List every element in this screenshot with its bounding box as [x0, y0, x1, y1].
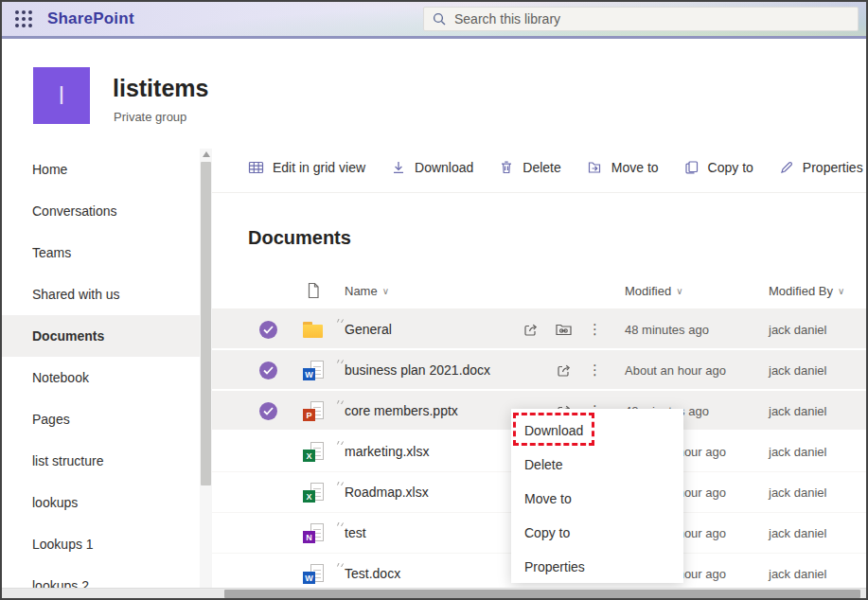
- new-item-icon: [336, 356, 345, 364]
- copy-to-icon: [684, 160, 700, 175]
- file-name[interactable]: marketing.xlsx: [345, 444, 429, 459]
- document-icon: [306, 282, 321, 299]
- move-to-icon: [587, 160, 603, 175]
- context-menu-item-download[interactable]: Download: [511, 414, 683, 448]
- sidebar-item-label: lookups: [32, 495, 78, 510]
- share-icon[interactable]: [523, 322, 540, 338]
- modified-by-cell[interactable]: jack daniel: [769, 445, 826, 459]
- library-title: Documents: [248, 227, 351, 249]
- modified-by-cell[interactable]: jack daniel: [769, 323, 826, 337]
- row-actions: ⋮: [496, 362, 602, 379]
- app-launcher-icon[interactable]: [15, 10, 32, 27]
- command-bar: Edit in grid view Download Delete Move t…: [248, 160, 863, 175]
- sidebar-item-label: Home: [32, 162, 67, 177]
- new-item-icon: [336, 437, 345, 446]
- context-menu-item-copy-to[interactable]: Copy to: [511, 516, 683, 550]
- file-name[interactable]: test: [345, 525, 366, 540]
- context-menu-item-delete[interactable]: Delete: [511, 448, 683, 482]
- file-name[interactable]: General: [345, 322, 392, 337]
- sidebar-item-documents[interactable]: Documents: [2, 315, 212, 357]
- sidebar-item-pages[interactable]: Pages: [2, 398, 212, 440]
- sidebar-nav: HomeConversationsTeamsShared with usDocu…: [2, 149, 212, 598]
- sidebar-scrollbar-thumb[interactable]: [201, 162, 211, 485]
- share-icon[interactable]: [556, 362, 573, 379]
- toolbar-label: Properties: [803, 160, 863, 175]
- site-title[interactable]: listitems: [113, 75, 208, 102]
- modified-by-cell[interactable]: jack daniel: [769, 363, 826, 378]
- edit-in-grid-view-button[interactable]: Edit in grid view: [248, 160, 365, 175]
- row-selected-check-icon[interactable]: [259, 321, 277, 339]
- site-privacy-label: Private group: [114, 110, 186, 124]
- file-row[interactable]: General ⋮ 48 minutes ago jack daniel: [212, 309, 866, 350]
- horizontal-scrollbar-thumb[interactable]: [224, 590, 860, 598]
- word-file-icon: W: [303, 564, 324, 584]
- toolbar-divider: [212, 192, 866, 193]
- sidebar-item-conversations[interactable]: Conversations: [2, 190, 212, 232]
- search-box[interactable]: [423, 7, 859, 31]
- modified-by-cell[interactable]: jack daniel: [769, 567, 826, 581]
- table-header: Name ∨ Modified ∨ Modified By ∨: [212, 274, 866, 309]
- sidebar-item-label: Shared with us: [32, 287, 120, 302]
- more-actions-icon[interactable]: ⋮: [588, 321, 602, 338]
- search-icon: [432, 11, 447, 26]
- excel-file-icon: X: [303, 442, 324, 462]
- site-logo-letter: l: [59, 81, 64, 111]
- delete-button[interactable]: Delete: [499, 160, 560, 175]
- sidebar-item-lookups[interactable]: lookups: [2, 482, 212, 523]
- context-menu-item-properties[interactable]: Properties: [511, 550, 683, 584]
- file-name[interactable]: Roadmap.xlsx: [345, 485, 429, 500]
- folder-icon: [303, 320, 324, 340]
- sidebar-item-label: list structure: [32, 453, 103, 468]
- download-button[interactable]: Download: [391, 160, 473, 175]
- add-shortcut-icon[interactable]: [555, 322, 573, 338]
- brand-label[interactable]: SharePoint: [47, 9, 134, 28]
- sidebar-item-label: Documents: [32, 328, 104, 344]
- sidebar-item-label: Teams: [32, 245, 71, 260]
- sidebar-item-notebook[interactable]: Notebook: [2, 357, 212, 398]
- file-name[interactable]: business plan 2021.docx: [345, 362, 490, 378]
- toolbar-label: Copy to: [708, 160, 753, 175]
- sidebar-item-list-structure[interactable]: list structure: [2, 440, 212, 482]
- toolbar-label: Move to: [611, 160, 659, 175]
- file-name[interactable]: Test.docx: [345, 566, 400, 581]
- toolbar-label: Download: [415, 160, 473, 175]
- new-item-icon: [336, 559, 345, 568]
- row-selected-check-icon[interactable]: [259, 402, 277, 420]
- new-item-icon: [336, 519, 345, 527]
- sidebar-scrollbar[interactable]: [200, 149, 212, 588]
- sidebar-item-teams[interactable]: Teams: [2, 232, 212, 274]
- modified-by-cell[interactable]: jack daniel: [769, 485, 826, 500]
- modified-column-header[interactable]: Modified ∨: [625, 284, 682, 298]
- sidebar-item-lookups-1[interactable]: Lookups 1: [2, 523, 212, 565]
- more-actions-icon[interactable]: ⋮: [588, 362, 602, 379]
- toolbar-label: Delete: [523, 160, 560, 175]
- search-input[interactable]: [454, 11, 850, 26]
- modified-by-column-header[interactable]: Modified By ∨: [769, 284, 844, 298]
- copy-to-button[interactable]: Copy to: [684, 160, 753, 175]
- suite-bar: SharePoint: [2, 2, 866, 36]
- move-to-button[interactable]: Move to: [587, 160, 659, 175]
- name-column-header[interactable]: Name ∨: [345, 284, 389, 298]
- file-type-column-header[interactable]: [306, 282, 321, 299]
- modified-cell: 48 minutes ago: [625, 323, 709, 337]
- site-logo[interactable]: l: [33, 67, 90, 124]
- sidebar-item-home[interactable]: Home: [2, 149, 212, 190]
- sidebar-item-shared-with-us[interactable]: Shared with us: [2, 274, 212, 315]
- modified-by-cell[interactable]: jack daniel: [769, 404, 826, 418]
- properties-button[interactable]: Properties: [779, 160, 863, 175]
- context-menu-item-move-to[interactable]: Move to: [511, 482, 683, 516]
- sidebar-item-label: Pages: [32, 412, 70, 427]
- modified-by-cell[interactable]: jack daniel: [769, 526, 826, 540]
- context-menu: DownloadDeleteMove toCopy toProperties: [511, 409, 683, 583]
- new-item-icon: [336, 315, 345, 324]
- file-name[interactable]: core members.pptx: [345, 403, 458, 418]
- delete-icon: [499, 160, 514, 175]
- grid-icon: [248, 160, 264, 175]
- row-selected-check-icon[interactable]: [259, 362, 277, 379]
- scrollbar-arrow-up-icon[interactable]: [203, 151, 210, 157]
- modified-cell: About an hour ago: [625, 363, 726, 378]
- site-header: l listitems Private group: [2, 39, 866, 149]
- horizontal-scrollbar[interactable]: [2, 588, 866, 598]
- file-row[interactable]: W business plan 2021.docx ⋮ About an hou…: [212, 350, 866, 391]
- chevron-down-icon: ∨: [676, 286, 682, 296]
